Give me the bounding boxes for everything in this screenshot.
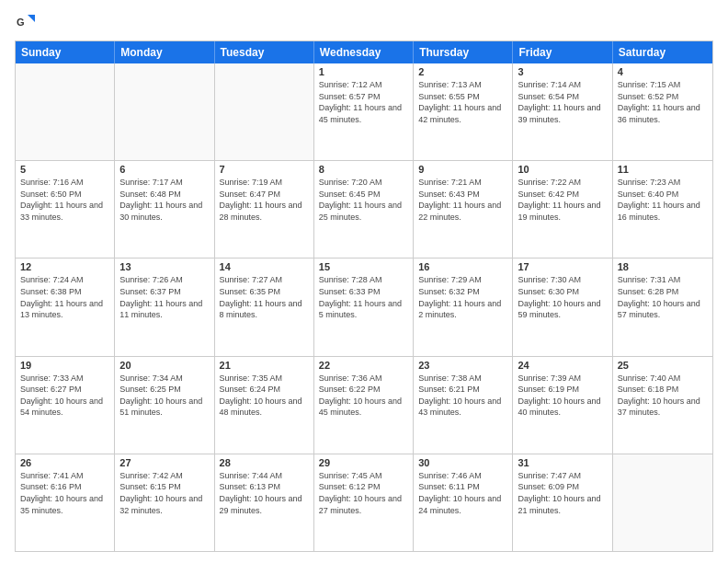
weekday-header: Thursday: [414, 41, 513, 63]
day-info: Sunrise: 7:17 AMSunset: 6:48 PMDaylight:…: [119, 177, 209, 223]
calendar-cell: 3Sunrise: 7:14 AMSunset: 6:54 PMDaylight…: [513, 63, 612, 160]
day-info: Sunrise: 7:20 AMSunset: 6:45 PMDaylight:…: [319, 177, 408, 223]
day-number: 19: [20, 360, 109, 371]
day-number: 6: [119, 164, 209, 175]
day-info: Sunrise: 7:45 AMSunset: 6:12 PMDaylight:…: [319, 470, 408, 516]
day-info: Sunrise: 7:44 AMSunset: 6:13 PMDaylight:…: [220, 470, 309, 516]
page-header: G: [15, 11, 713, 33]
calendar-cell: 28Sunrise: 7:44 AMSunset: 6:13 PMDayligh…: [215, 454, 314, 551]
day-info: Sunrise: 7:22 AMSunset: 6:42 PMDaylight:…: [518, 177, 607, 223]
calendar-row: 1Sunrise: 7:12 AMSunset: 6:57 PMDaylight…: [16, 63, 712, 161]
day-number: 17: [518, 261, 607, 272]
calendar-cell: [215, 63, 314, 160]
calendar-cell: 30Sunrise: 7:46 AMSunset: 6:11 PMDayligh…: [414, 454, 513, 551]
day-info: Sunrise: 7:33 AMSunset: 6:27 PMDaylight:…: [20, 373, 109, 419]
calendar-row: 26Sunrise: 7:41 AMSunset: 6:16 PMDayligh…: [16, 454, 712, 551]
day-info: Sunrise: 7:24 AMSunset: 6:38 PMDaylight:…: [20, 274, 109, 320]
day-number: 21: [220, 360, 309, 371]
calendar-cell: 17Sunrise: 7:30 AMSunset: 6:30 PMDayligh…: [513, 259, 612, 355]
calendar-cell: 5Sunrise: 7:16 AMSunset: 6:50 PMDaylight…: [16, 161, 115, 258]
calendar-cell: 14Sunrise: 7:27 AMSunset: 6:35 PMDayligh…: [215, 259, 314, 355]
calendar-cell: 16Sunrise: 7:29 AMSunset: 6:32 PMDayligh…: [414, 259, 513, 355]
calendar-cell: 10Sunrise: 7:22 AMSunset: 6:42 PMDayligh…: [513, 161, 612, 258]
day-info: Sunrise: 7:16 AMSunset: 6:50 PMDaylight:…: [20, 177, 109, 223]
calendar-cell: 13Sunrise: 7:26 AMSunset: 6:37 PMDayligh…: [115, 259, 214, 355]
day-info: Sunrise: 7:12 AMSunset: 6:57 PMDaylight:…: [319, 79, 408, 125]
day-info: Sunrise: 7:14 AMSunset: 6:54 PMDaylight:…: [518, 79, 607, 125]
day-info: Sunrise: 7:39 AMSunset: 6:19 PMDaylight:…: [518, 373, 607, 419]
calendar-cell: 19Sunrise: 7:33 AMSunset: 6:27 PMDayligh…: [16, 357, 115, 454]
weekday-header: Wednesday: [314, 41, 414, 63]
day-number: 23: [418, 360, 507, 371]
logo-icon: G: [15, 11, 37, 33]
day-number: 26: [20, 457, 109, 468]
day-info: Sunrise: 7:36 AMSunset: 6:22 PMDaylight:…: [319, 373, 408, 419]
day-number: 4: [618, 66, 708, 77]
calendar-row: 19Sunrise: 7:33 AMSunset: 6:27 PMDayligh…: [16, 357, 712, 454]
day-number: 8: [319, 164, 408, 175]
calendar-cell: 7Sunrise: 7:19 AMSunset: 6:47 PMDaylight…: [215, 161, 314, 258]
calendar-cell: 27Sunrise: 7:42 AMSunset: 6:15 PMDayligh…: [115, 454, 214, 551]
day-info: Sunrise: 7:29 AMSunset: 6:32 PMDaylight:…: [418, 274, 507, 320]
calendar-cell: 11Sunrise: 7:23 AMSunset: 6:40 PMDayligh…: [613, 161, 712, 258]
weekday-header: Sunday: [16, 41, 115, 63]
calendar-cell: 29Sunrise: 7:45 AMSunset: 6:12 PMDayligh…: [314, 454, 414, 551]
day-info: Sunrise: 7:13 AMSunset: 6:55 PMDaylight:…: [418, 79, 507, 125]
day-info: Sunrise: 7:40 AMSunset: 6:18 PMDaylight:…: [618, 373, 708, 419]
day-number: 30: [418, 457, 507, 468]
day-info: Sunrise: 7:28 AMSunset: 6:33 PMDaylight:…: [319, 274, 408, 320]
calendar-cell: 22Sunrise: 7:36 AMSunset: 6:22 PMDayligh…: [314, 357, 414, 454]
calendar-cell: 20Sunrise: 7:34 AMSunset: 6:25 PMDayligh…: [115, 357, 214, 454]
day-number: 5: [20, 164, 109, 175]
day-number: 3: [518, 66, 607, 77]
day-info: Sunrise: 7:26 AMSunset: 6:37 PMDaylight:…: [119, 274, 209, 320]
day-info: Sunrise: 7:30 AMSunset: 6:30 PMDaylight:…: [518, 274, 607, 320]
day-info: Sunrise: 7:21 AMSunset: 6:43 PMDaylight:…: [418, 177, 507, 223]
day-number: 10: [518, 164, 607, 175]
calendar-row: 12Sunrise: 7:24 AMSunset: 6:38 PMDayligh…: [16, 259, 712, 356]
day-number: 28: [220, 457, 309, 468]
weekday-header: Friday: [513, 41, 612, 63]
day-number: 11: [618, 164, 708, 175]
day-number: 12: [20, 261, 109, 272]
day-number: 29: [319, 457, 408, 468]
calendar-cell: 9Sunrise: 7:21 AMSunset: 6:43 PMDaylight…: [414, 161, 513, 258]
calendar-cell: 15Sunrise: 7:28 AMSunset: 6:33 PMDayligh…: [314, 259, 414, 355]
calendar-cell: 8Sunrise: 7:20 AMSunset: 6:45 PMDaylight…: [314, 161, 414, 258]
calendar-cell: 12Sunrise: 7:24 AMSunset: 6:38 PMDayligh…: [16, 259, 115, 355]
day-number: 9: [418, 164, 507, 175]
weekday-header: Tuesday: [215, 41, 314, 63]
day-number: 31: [518, 457, 607, 468]
day-number: 1: [319, 66, 408, 77]
calendar: SundayMondayTuesdayWednesdayThursdayFrid…: [15, 40, 713, 552]
day-info: Sunrise: 7:47 AMSunset: 6:09 PMDaylight:…: [518, 470, 607, 516]
calendar-cell: 18Sunrise: 7:31 AMSunset: 6:28 PMDayligh…: [613, 259, 712, 355]
logo: G: [15, 11, 40, 33]
day-number: 20: [119, 360, 209, 371]
calendar-cell: [115, 63, 214, 160]
day-number: 7: [220, 164, 309, 175]
svg-text:G: G: [17, 17, 25, 28]
calendar-cell: [613, 454, 712, 551]
calendar-cell: 6Sunrise: 7:17 AMSunset: 6:48 PMDaylight…: [115, 161, 214, 258]
day-info: Sunrise: 7:27 AMSunset: 6:35 PMDaylight:…: [220, 274, 309, 320]
day-number: 18: [618, 261, 708, 272]
day-number: 15: [319, 261, 408, 272]
calendar-body: 1Sunrise: 7:12 AMSunset: 6:57 PMDaylight…: [16, 63, 712, 551]
calendar-cell: 31Sunrise: 7:47 AMSunset: 6:09 PMDayligh…: [513, 454, 612, 551]
calendar-cell: 25Sunrise: 7:40 AMSunset: 6:18 PMDayligh…: [613, 357, 712, 454]
day-info: Sunrise: 7:41 AMSunset: 6:16 PMDaylight:…: [20, 470, 109, 516]
day-number: 16: [418, 261, 507, 272]
day-number: 24: [518, 360, 607, 371]
calendar-cell: 21Sunrise: 7:35 AMSunset: 6:24 PMDayligh…: [215, 357, 314, 454]
calendar-cell: 2Sunrise: 7:13 AMSunset: 6:55 PMDaylight…: [414, 63, 513, 160]
calendar-cell: 4Sunrise: 7:15 AMSunset: 6:52 PMDaylight…: [613, 63, 712, 160]
day-number: 14: [220, 261, 309, 272]
day-number: 13: [119, 261, 209, 272]
day-number: 27: [119, 457, 209, 468]
calendar-cell: [16, 63, 115, 160]
day-number: 22: [319, 360, 408, 371]
day-info: Sunrise: 7:42 AMSunset: 6:15 PMDaylight:…: [119, 470, 209, 516]
day-number: 25: [618, 360, 708, 371]
day-info: Sunrise: 7:15 AMSunset: 6:52 PMDaylight:…: [618, 79, 708, 125]
